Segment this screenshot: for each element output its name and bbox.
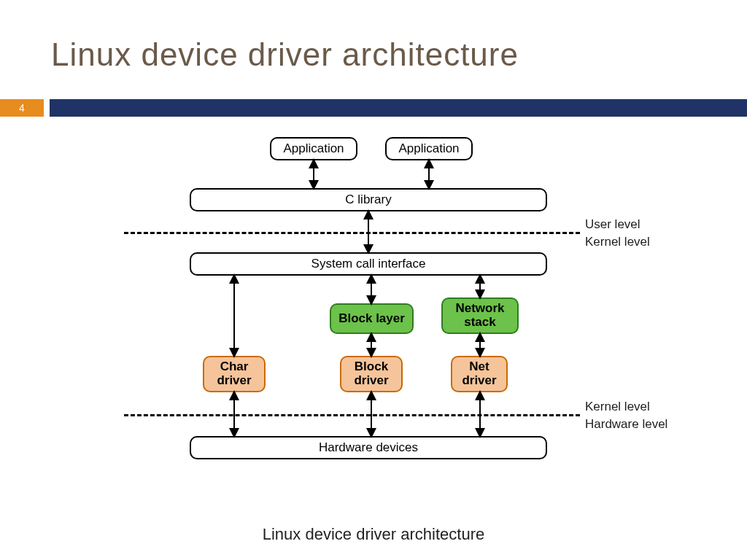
page-number: 4 xyxy=(0,99,44,117)
blue-bar xyxy=(50,99,747,117)
slide-caption: Linux device driver architecture xyxy=(0,525,747,544)
arrows-layer xyxy=(124,131,678,510)
header-bar: 4 xyxy=(0,99,747,117)
architecture-diagram: Application Application C library User l… xyxy=(124,131,678,510)
slide-title: Linux device driver architecture xyxy=(51,36,519,73)
